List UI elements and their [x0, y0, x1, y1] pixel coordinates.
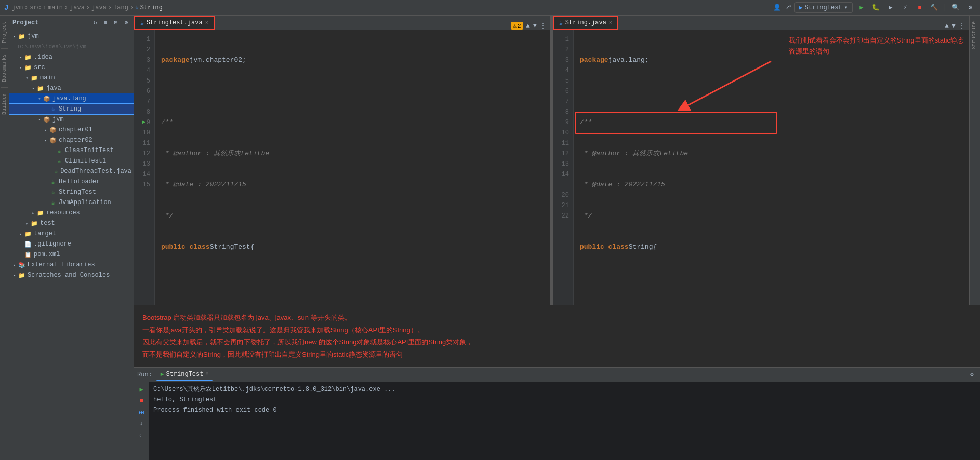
tree-item-extlibs[interactable]: ▸ 📚 External Libraries: [9, 260, 134, 270]
settings-button[interactable]: ⚙: [964, 2, 976, 13]
breadcrumb-java[interactable]: java: [70, 4, 85, 11]
tree-item-helloloader[interactable]: ▸ ☕ HelloLoader: [9, 177, 134, 187]
build-button[interactable]: 🔨: [929, 2, 940, 13]
code-r-line-1: package java.lang;: [580, 55, 963, 65]
folder-icon-java: 📁: [36, 84, 45, 92]
tree-item-idea[interactable]: ▸ 📁 .idea: [9, 52, 134, 62]
panel-icon-refresh[interactable]: ↻: [91, 19, 99, 27]
vcs-icon[interactable]: ⎇: [784, 4, 791, 11]
rerun-button[interactable]: ▶: [136, 384, 147, 395]
coverage-button[interactable]: ▶: [885, 2, 896, 13]
tree-item-chapter02[interactable]: ▾ 📦 chapter02: [9, 135, 134, 145]
panel-toolbar: Project ↻ ≡ ⊟ ⚙: [9, 16, 134, 30]
breadcrumb-jvm[interactable]: jvm: [11, 4, 23, 11]
java-icon-dt: ☕: [53, 167, 59, 175]
tab-stringtest[interactable]: ☕ StringTest.java ×: [134, 16, 215, 30]
tree-item-classinittest[interactable]: ▸ ☕ ClassInitTest: [9, 145, 134, 156]
profile-button[interactable]: ⚡: [899, 2, 911, 13]
breadcrumb-main[interactable]: main: [48, 4, 63, 11]
panel-icon-settings[interactable]: ⚙: [122, 19, 130, 27]
tree-arrow-jvm: ▾: [11, 33, 18, 39]
tree-arrow-res: ▸: [30, 210, 36, 216]
bottom-tab-stringtest[interactable]: ▶ StringTest ×: [156, 369, 213, 381]
tree-item-jvm-pkg[interactable]: ▾ 📦 jvm: [9, 114, 134, 125]
breadcrumb-src[interactable]: src: [30, 4, 41, 11]
breadcrumb-lang[interactable]: lang: [113, 4, 128, 11]
tree-item-pom[interactable]: ▸ 📋 pom.xml: [9, 249, 134, 260]
soft-wrap-button[interactable]: ⏎: [136, 430, 147, 440]
pane-right-options[interactable]: ⋮: [959, 22, 965, 30]
line-numbers-left: 1 2 3 4 5 6 7 8 ▶9 10 11 12 13: [134, 30, 155, 305]
tree-item-main[interactable]: ▾ 📁 main: [9, 73, 134, 83]
tree-item-java-lang[interactable]: ▾ 📦 java.lang: [9, 93, 134, 104]
breadcrumb-string-label[interactable]: String: [140, 4, 163, 11]
run-tab-close[interactable]: ×: [205, 371, 208, 377]
tree-item-deadthread[interactable]: ▸ ☕ DeadThreadTest.java: [9, 166, 134, 177]
folder-icon-main: 📁: [30, 74, 38, 82]
pane-scroll-down[interactable]: ▼: [533, 22, 537, 30]
debug-button[interactable]: 🐛: [870, 2, 882, 13]
tree-label-src: src: [34, 64, 45, 71]
tree-item-clinittest1[interactable]: ▸ ☕ ClinitTest1: [9, 156, 134, 166]
top-bar: J jvm › src › main › java › java › lang …: [0, 0, 980, 16]
tree-item-resources[interactable]: ▸ 📁 resources: [9, 208, 134, 218]
tree-item-path: D:\Java\idea\JVM\jvm: [9, 42, 134, 52]
pane-right-scroll-up[interactable]: ▲: [945, 22, 949, 30]
code-line-6: */: [161, 211, 544, 221]
tab-bookmarks[interactable]: Bookmarks: [1, 48, 8, 87]
package-icon-chapter01: 📦: [49, 126, 57, 134]
bottom-settings-icon[interactable]: ⚙: [970, 371, 974, 378]
file-icon-gi: 📄: [24, 240, 32, 248]
tree-label-dt: DeadThreadTest.java: [60, 168, 131, 175]
tree-item-stringtest[interactable]: ▸ ☕ StringTest: [9, 187, 134, 197]
tree-label-java-lang: java.lang: [52, 95, 86, 102]
tree-item-jvmapp[interactable]: ▸ ☕ JvmApplication: [9, 197, 134, 208]
tab-string[interactable]: ☕ String.java ×: [553, 16, 618, 30]
stop-run-button[interactable]: ■: [136, 396, 147, 406]
pane-right-scroll-down[interactable]: ▼: [952, 22, 956, 30]
tree-item-test[interactable]: ▸ 📁 test: [9, 218, 134, 228]
tree-arrow-java-lang: ▾: [36, 96, 43, 102]
left-vertical-tabs: Project Bookmarks Builder: [0, 16, 9, 460]
tree-label-st: StringTest: [59, 188, 96, 196]
tree-item-string[interactable]: ▸ ☕ String: [9, 104, 134, 114]
tab-close-left[interactable]: ×: [205, 20, 208, 26]
tree-item-scratches[interactable]: ▸ 📁 Scratches and Consoles: [9, 270, 134, 280]
tab-structure[interactable]: Structure: [970, 16, 980, 55]
stop-button[interactable]: ■: [914, 2, 925, 13]
tree-label-hl: HelloLoader: [59, 178, 100, 185]
pane-options[interactable]: ⋮: [540, 22, 546, 30]
panel-icon-collapse[interactable]: ⊟: [112, 19, 120, 27]
code-line-5: * @date : 2022/11/15: [161, 180, 544, 190]
warning-badge: ⚠ 2: [511, 22, 523, 30]
tree-item-java-folder[interactable]: ▾ 📁 java: [9, 83, 134, 93]
tree-item-jvm-root[interactable]: ▾ 📁 jvm: [9, 31, 134, 42]
panel-icon-list[interactable]: ≡: [101, 19, 110, 27]
pane-scroll-up[interactable]: ▲: [526, 22, 530, 30]
scroll-to-end-button[interactable]: ↓: [136, 418, 147, 429]
run-button[interactable]: ▶: [856, 2, 867, 13]
breadcrumb-java2[interactable]: java: [91, 4, 107, 11]
tab-builder[interactable]: Builder: [1, 87, 8, 120]
package-icon-chapter02: 📦: [49, 136, 57, 144]
line-numbers-right: 1 2 3 4 5 6 7 8 9 10 11 12 13: [553, 30, 574, 305]
resume-button[interactable]: ⏭: [136, 407, 147, 417]
code-text-right[interactable]: package java.lang; /** * @author : 其然乐农L…: [574, 30, 969, 305]
tab-label-right: String.java: [565, 19, 606, 26]
tree-item-gitignore[interactable]: ▸ 📄 .gitignore: [9, 239, 134, 249]
bottom-toolbar-right: ⚙: [970, 371, 977, 378]
right-sidebar-structure: Structure: [970, 16, 980, 305]
tree-item-src[interactable]: ▾ 📁 src: [9, 62, 134, 73]
tree-item-target[interactable]: ▸ 📁 target: [9, 228, 134, 239]
folder-icon-src: 📁: [24, 63, 32, 72]
run-config-icon: ▶: [799, 4, 803, 11]
tree-arrow-idea: ▸: [18, 54, 24, 60]
tree-arrow-test: ▸: [24, 220, 30, 226]
run-config[interactable]: ▶ StringTest ▾: [794, 2, 853, 13]
code-text-left[interactable]: package jvm.chapter02; /** * @author : 其…: [155, 30, 550, 305]
tab-project[interactable]: Project: [1, 16, 8, 48]
search-button[interactable]: 🔍: [950, 2, 961, 13]
tree-item-chapter01[interactable]: ▸ 📦 chapter01: [9, 125, 134, 135]
annotation-line-1: Bootstrap 启动类加载器只加载包名为 java、javax、sun 等开…: [142, 312, 972, 323]
tab-close-right[interactable]: ×: [609, 20, 612, 26]
